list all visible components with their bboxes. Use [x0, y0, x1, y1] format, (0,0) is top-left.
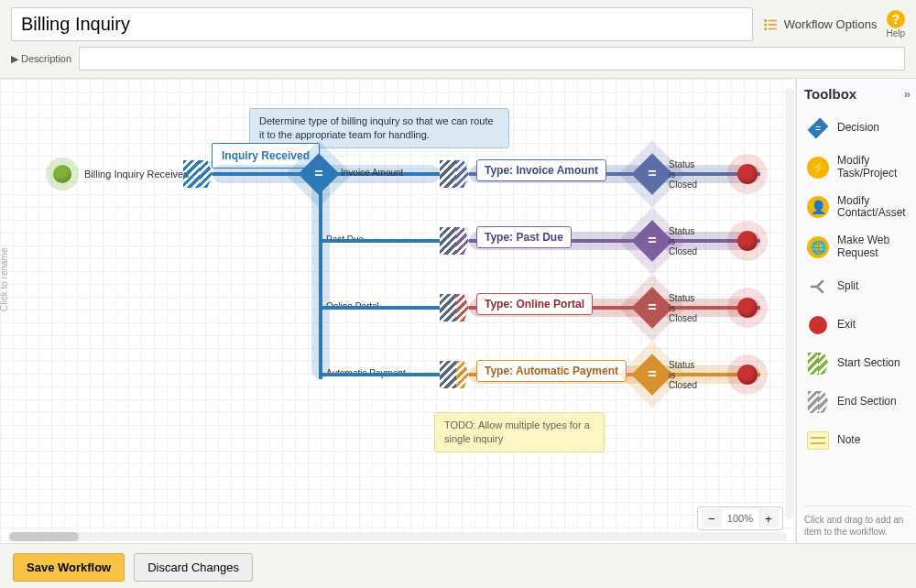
branch-label: Invoice Amount	[341, 168, 403, 178]
equals-icon: =	[636, 224, 669, 257]
svg-rect-3	[769, 19, 777, 21]
toolbox-item-label: Exit	[837, 319, 856, 332]
toolbox-item-label: Note	[837, 434, 860, 447]
decision-icon: =	[811, 118, 825, 138]
toolbox-item-label: Modify Contact/Asset	[837, 195, 909, 221]
workflow-canvas[interactable]: Click to rename Determine type of billin…	[0, 79, 797, 543]
equals-icon: =	[636, 358, 669, 391]
globe-icon: 🌐	[807, 236, 829, 258]
toolbox-item-start-section[interactable]: Start Section	[804, 346, 911, 381]
toolbox-item-label: End Section	[837, 396, 897, 408]
section-arrow-icon	[456, 361, 469, 388]
chevron-right-icon: ▶	[11, 53, 18, 64]
status-label: Status is Closed	[669, 226, 697, 256]
svg-point-1	[764, 23, 767, 26]
help-button[interactable]: ? Help	[886, 10, 905, 38]
section-arrow-icon	[456, 227, 469, 255]
note-icon	[807, 431, 829, 450]
equals-icon: =	[636, 158, 669, 191]
workflow-options-button[interactable]: Workflow Options	[762, 16, 878, 33]
note-todo[interactable]: TODO: Allow multiple types for a single …	[434, 412, 605, 452]
svg-point-0	[764, 19, 767, 22]
save-workflow-button[interactable]: Save Workflow	[13, 553, 125, 582]
list-icon	[762, 16, 779, 33]
section-start-icon	[440, 160, 456, 188]
toolbox-panel: Toolbox » = Decision ⚡ Modify Task/Proje…	[797, 79, 916, 543]
toolbox-item-decision[interactable]: = Decision	[804, 111, 911, 146]
equals-icon: =	[636, 291, 669, 324]
toolbox-item-label: Split	[837, 280, 858, 293]
section-start-arrow-icon	[200, 160, 213, 188]
svg-point-2	[764, 27, 767, 30]
toolbox-item-label: Modify Task/Project	[837, 155, 909, 180]
zoom-out-button[interactable]: −	[702, 509, 722, 528]
toolbox-collapse-button[interactable]: »	[904, 87, 911, 101]
start-section-icon	[808, 353, 819, 375]
toolbox-item-modify-contact[interactable]: 👤 Modify Contact/Asset	[804, 190, 911, 226]
svg-rect-4	[769, 24, 777, 26]
svg-rect-5	[769, 27, 777, 29]
lane-chip[interactable]: Type: Automatic Payment	[476, 360, 627, 382]
hscroll-thumb[interactable]	[9, 532, 79, 541]
toolbox-hint: Click and drag to add an item to the wor…	[804, 506, 911, 538]
zoom-control: − 100% +	[697, 506, 783, 530]
toolbox-item-note[interactable]: Note	[804, 423, 911, 458]
description-label: Description	[21, 53, 71, 64]
exit-dot-icon	[737, 164, 758, 184]
toolbox-item-label: Make Web Request	[837, 234, 909, 260]
status-label: Status is Closed	[669, 360, 697, 390]
lane-chip[interactable]: Type: Past Due	[476, 226, 572, 248]
workflow-options-label: Workflow Options	[784, 17, 878, 31]
section-start-icon	[440, 294, 456, 321]
toolbox-item-exit[interactable]: Exit	[804, 308, 911, 343]
toolbox-item-split[interactable]: Split	[804, 269, 911, 304]
section-arrow-icon	[456, 294, 469, 321]
split-icon	[806, 275, 830, 299]
lane-chip[interactable]: Type: Online Portal	[476, 293, 593, 315]
decision-node[interactable]: =	[636, 358, 669, 391]
description-toggle[interactable]: ▶ Description	[11, 53, 71, 65]
toolbox-heading: Toolbox	[804, 86, 856, 102]
help-label: Help	[886, 28, 905, 38]
canvas-hscroll[interactable]	[9, 532, 787, 541]
help-icon: ?	[887, 10, 905, 28]
end-section-icon	[808, 391, 819, 413]
decision-node[interactable]: =	[636, 224, 669, 257]
person-icon: 👤	[807, 196, 829, 218]
lightning-icon: ⚡	[807, 157, 829, 179]
lane-chip[interactable]: Type: Invoice Amount	[476, 159, 606, 181]
toolbox-item-label: Start Section	[837, 357, 900, 370]
exit-dot-icon	[737, 231, 758, 251]
exit-node[interactable]	[727, 288, 768, 328]
section-arrow-icon	[456, 160, 469, 188]
start-node[interactable]	[46, 158, 79, 191]
exit-dot-icon	[737, 298, 758, 318]
exit-dot-icon	[737, 365, 758, 385]
section-start-icon	[440, 227, 456, 255]
zoom-level: 100%	[725, 513, 755, 524]
zoom-in-button[interactable]: +	[758, 509, 779, 528]
start-dot-icon	[53, 165, 71, 183]
toolbox-item-label: Decision	[837, 122, 879, 135]
status-label: Status is Closed	[669, 159, 697, 190]
decision-node[interactable]: =	[636, 291, 669, 324]
decision-node[interactable]: =	[636, 158, 669, 191]
toolbox-item-modify-task[interactable]: ⚡ Modify Task/Project	[804, 149, 911, 186]
status-label: Status is Closed	[669, 293, 697, 323]
exit-node[interactable]	[727, 221, 768, 261]
discard-changes-button[interactable]: Discard Changes	[134, 553, 253, 582]
exit-node[interactable]	[727, 154, 768, 194]
toolbox-item-web-request[interactable]: 🌐 Make Web Request	[804, 229, 911, 266]
description-input[interactable]	[79, 47, 905, 71]
canvas-vscroll[interactable]	[785, 88, 794, 519]
vertical-line	[319, 180, 322, 379]
start-label: Billing Inquiry Received	[84, 169, 189, 180]
exit-icon	[809, 316, 827, 334]
workflow-title-input[interactable]	[11, 7, 753, 41]
exit-node[interactable]	[727, 354, 768, 395]
toolbox-item-end-section[interactable]: End Section	[804, 385, 911, 419]
section-start-marker[interactable]	[183, 160, 200, 188]
section-start-icon	[440, 361, 456, 388]
